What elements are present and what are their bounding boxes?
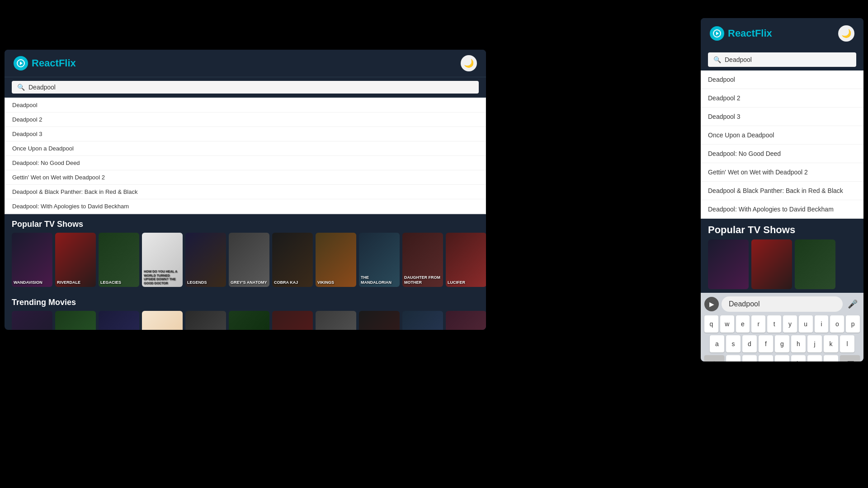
tv-card-wandavision[interactable]: WandaVision xyxy=(12,233,52,287)
card-label: THE MANDALORIAN xyxy=(361,275,398,285)
keyboard-row-1: q w e r t y u i o p xyxy=(704,315,860,333)
keyboard-text-field[interactable]: Deadpool xyxy=(722,296,843,312)
svg-marker-1 xyxy=(20,61,23,65)
dropdown-item[interactable]: Deadpool: With Apologies to David Beckha… xyxy=(5,199,486,214)
right-dropdown-item[interactable]: Gettin' Wet on Wet with Deadpool 2 xyxy=(701,163,863,182)
key-g[interactable]: g xyxy=(775,335,789,352)
key-s[interactable]: s xyxy=(726,335,741,352)
right-dropdown-item[interactable]: Deadpool 3 xyxy=(701,108,863,126)
key-d[interactable]: d xyxy=(742,335,757,352)
search-box[interactable]: 🔍 xyxy=(12,81,479,94)
tv-card-greys[interactable]: GREY'S ANATOMY xyxy=(229,233,269,287)
trending-movies-row: WONDER WOMAN X-MEN To All the Boys NEWS … xyxy=(5,311,486,330)
right-dropdown-item[interactable]: Deadpool: With Apologies to David Beckha… xyxy=(701,200,863,219)
movie-card-xmen[interactable]: X-MEN xyxy=(99,311,139,330)
dropdown-item[interactable]: Deadpool xyxy=(5,98,486,113)
card-label: RIVERDALE xyxy=(57,280,94,285)
keyboard-mic-icon[interactable]: 🎤 xyxy=(845,297,860,311)
key-f[interactable]: f xyxy=(759,335,773,352)
card-label: LEGENDS xyxy=(187,280,224,285)
movie-card-zack[interactable] xyxy=(12,311,52,330)
dropdown-item[interactable]: Once Upon a Deadpool xyxy=(5,141,486,156)
keyboard-input-text: Deadpool xyxy=(729,300,760,308)
right-dropdown-item[interactable]: Once Upon a Deadpool xyxy=(701,126,863,145)
key-l[interactable]: l xyxy=(840,335,854,352)
card-label: LUCIFER xyxy=(448,280,485,285)
key-z[interactable]: z xyxy=(726,355,741,361)
dropdown-item[interactable]: Deadpool: No Good Deed xyxy=(5,156,486,170)
right-dropdown-item[interactable]: Deadpool xyxy=(701,70,863,89)
right-dropdown-item[interactable]: Deadpool 2 xyxy=(701,89,863,108)
key-a[interactable]: a xyxy=(710,335,724,352)
tv-card-gooddoctor[interactable]: HOW DO YOU HEAL A WORLD TURNED UPSIDE DO… xyxy=(142,233,183,287)
keyboard-search-icon: ▶ xyxy=(704,297,719,311)
movie-card-bluesy[interactable]: BLUES xyxy=(402,311,443,330)
keyboard-rows: q w e r t y u i o p a s d f g h j k xyxy=(704,315,860,361)
tv-card-mandalorian[interactable]: THE MANDALORIAN xyxy=(359,233,400,287)
card-label: GREY'S ANATOMY xyxy=(231,280,268,285)
key-shift[interactable]: ⇧ xyxy=(704,355,724,361)
key-i[interactable]: i xyxy=(815,315,829,333)
key-p[interactable]: p xyxy=(846,315,860,333)
app-logo: ReactFlix xyxy=(14,56,76,70)
right-search-input[interactable] xyxy=(725,56,851,63)
dropdown-item[interactable]: Gettin' Wet on Wet with Deadpool 2 xyxy=(5,170,486,185)
tv-card-lucifer[interactable]: LUCIFER xyxy=(446,233,486,287)
svg-marker-3 xyxy=(716,32,719,35)
right-dropdown-item[interactable]: Deadpool: No Good Deed xyxy=(701,145,863,163)
tv-card-legacies[interactable]: LEGACIES xyxy=(99,233,139,287)
dropdown-item[interactable]: Deadpool & Black Panther: Back in Red & … xyxy=(5,185,486,199)
dropdown-item[interactable]: Deadpool 3 xyxy=(5,127,486,141)
search-input[interactable] xyxy=(28,84,473,91)
right-tv-card-riverdale[interactable] xyxy=(751,239,792,289)
right-search-box[interactable]: 🔍 xyxy=(708,52,856,67)
trending-movies-title: Trending Movies xyxy=(5,292,486,311)
right-theme-toggle-button[interactable]: 🌙 xyxy=(838,25,854,42)
right-tv-card-wandavision[interactable] xyxy=(708,239,749,289)
key-j[interactable]: j xyxy=(807,335,822,352)
key-r[interactable]: r xyxy=(751,315,765,333)
movie-card-news[interactable]: NEWS xyxy=(185,311,226,330)
movie-card-unknown[interactable] xyxy=(446,311,486,330)
tv-card-daughter[interactable]: DAUGHTER FROM MOTHER xyxy=(402,233,443,287)
key-m[interactable]: m xyxy=(824,355,838,361)
key-x[interactable]: x xyxy=(742,355,757,361)
key-t[interactable]: t xyxy=(767,315,781,333)
key-n[interactable]: n xyxy=(807,355,822,361)
right-search-icon: 🔍 xyxy=(713,56,721,63)
movie-card-toall[interactable]: To All the Boys xyxy=(142,311,183,330)
tv-card-riverdale[interactable]: RIVERDALE xyxy=(55,233,96,287)
logo-icon xyxy=(14,56,28,70)
keyboard-input-row: ▶ Deadpool 🎤 xyxy=(704,296,860,312)
card-label: DAUGHTER FROM MOTHER xyxy=(404,275,441,285)
right-dropdown-item[interactable]: Deadpool & Black Panther: Back in Red & … xyxy=(701,182,863,200)
movie-card-wrongturn[interactable]: WronGTURN xyxy=(229,311,269,330)
movie-card-wonder[interactable]: WONDER WOMAN xyxy=(55,311,96,330)
key-e[interactable]: e xyxy=(736,315,750,333)
tv-card-legends[interactable]: LEGENDS xyxy=(185,233,226,287)
dropdown-item[interactable]: Deadpool 2 xyxy=(5,113,486,127)
right-logo: ReactFlix xyxy=(710,26,772,41)
tv-card-vikings[interactable]: VIKINGS xyxy=(316,233,356,287)
movie-card-judas[interactable]: JUDAS xyxy=(272,311,313,330)
tv-shows-row: WandaVision RIVERDALE LEGACIES HOW DO YO… xyxy=(5,233,486,292)
key-w[interactable]: w xyxy=(720,315,734,333)
key-backspace[interactable]: ⌫ xyxy=(840,355,860,361)
key-b[interactable]: b xyxy=(791,355,806,361)
right-panel-header: ReactFlix 🌙 xyxy=(701,18,863,49)
movie-card-theway[interactable]: The Way xyxy=(316,311,356,330)
key-u[interactable]: u xyxy=(799,315,813,333)
key-q[interactable]: q xyxy=(704,315,718,333)
key-c[interactable]: c xyxy=(759,355,773,361)
key-h[interactable]: h xyxy=(791,335,806,352)
search-icon: 🔍 xyxy=(17,84,25,91)
key-y[interactable]: y xyxy=(783,315,797,333)
right-tv-card-legacies[interactable] xyxy=(795,239,835,289)
tv-card-cobrakaj[interactable]: COBRA KAJ xyxy=(272,233,313,287)
key-v[interactable]: v xyxy=(775,355,789,361)
key-k[interactable]: k xyxy=(824,335,838,352)
theme-toggle-button[interactable]: 🌙 xyxy=(461,55,477,71)
movie-card-icare[interactable]: I CARE A LOT. xyxy=(359,311,400,330)
key-o[interactable]: o xyxy=(830,315,844,333)
card-label: LEGACIES xyxy=(100,280,137,285)
